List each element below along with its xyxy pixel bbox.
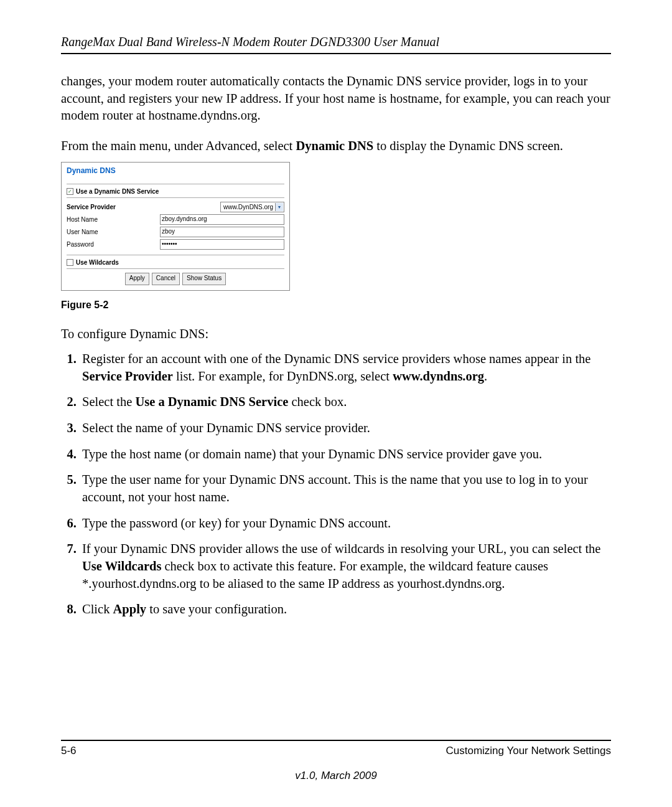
step-3: Select the name of your Dynamic DNS serv… [80, 420, 611, 437]
page-footer: 5-6 Customizing Your Network Settings v1… [61, 740, 611, 782]
s1-b2: www.dyndns.org [393, 369, 484, 383]
page-number: 5-6 [61, 745, 77, 757]
s7-b: Use Wildcards [82, 559, 161, 573]
use-wildcards-label: Use Wildcards [76, 259, 119, 266]
section-name: Customizing Your Network Settings [446, 745, 611, 757]
step-2: Select the Use a Dynamic DNS Service che… [80, 394, 611, 411]
s1-mid: list. For example, for DynDNS.org, selec… [173, 369, 393, 383]
step-5: Type the user name for your Dynamic DNS … [80, 471, 611, 506]
user-name-input[interactable]: zboy [160, 227, 284, 237]
s1-b1: Service Provider [82, 369, 173, 383]
config-intro: To configure Dynamic DNS: [61, 326, 611, 343]
show-status-button[interactable]: Show Status [182, 273, 226, 285]
s8-b: Apply [113, 602, 147, 616]
p2-bold: Dynamic DNS [296, 139, 373, 153]
use-service-checkbox[interactable] [67, 188, 73, 195]
service-provider-select[interactable]: www.DynDNS.org ▼ [220, 202, 284, 212]
step-7: If your Dynamic DNS provider allows the … [80, 540, 611, 592]
version-info: v1.0, March 2009 [61, 770, 611, 782]
intro-para-1: changes, your modem router automatically… [61, 73, 611, 125]
figure-caption: Figure 5-2 [61, 300, 611, 311]
password-label: Password [67, 241, 160, 248]
step-1: Register for an account with one of the … [80, 351, 611, 385]
s1-post: . [484, 369, 487, 383]
step-4: Type the host name (or domain name) that… [80, 446, 611, 463]
dynamic-dns-screenshot: Dynamic DNS Use a Dynamic DNS Service Se… [61, 162, 290, 291]
step-6: Type the password (or key) for your Dyna… [80, 515, 611, 532]
user-name-label: User Name [67, 229, 160, 235]
service-provider-label: Service Provider [67, 204, 160, 210]
password-input[interactable]: ••••••• [160, 239, 284, 250]
intro-para-2: From the main menu, under Advanced, sele… [61, 138, 611, 155]
use-service-label: Use a Dynamic DNS Service [76, 188, 159, 195]
p2-post: to display the Dynamic DNS screen. [373, 139, 563, 153]
s2-pre: Select the [82, 395, 135, 408]
chevron-down-icon: ▼ [275, 203, 283, 211]
cancel-button[interactable]: Cancel [152, 273, 180, 285]
s2-post: check box. [288, 395, 347, 408]
ss-title: Dynamic DNS [67, 166, 284, 175]
s2-b: Use a Dynamic DNS Service [135, 395, 288, 408]
s1-pre: Register for an account with one of the … [82, 352, 590, 366]
p2-pre: From the main menu, under Advanced, sele… [61, 139, 296, 153]
page-header-title: RangeMax Dual Band Wireless-N Modem Rout… [61, 35, 611, 54]
use-wildcards-checkbox[interactable] [67, 259, 73, 266]
host-name-label: Host Name [67, 216, 160, 223]
host-name-input[interactable]: zboy.dyndns.org [160, 214, 284, 225]
service-provider-value: www.DynDNS.org [222, 204, 275, 210]
s8-pre: Click [82, 602, 113, 616]
step-8: Click Apply to save your configuration. [80, 601, 611, 618]
apply-button[interactable]: Apply [125, 273, 149, 285]
s7-pre: If your Dynamic DNS provider allows the … [82, 542, 600, 555]
s8-post: to save your configuration. [146, 602, 287, 616]
steps-list: Register for an account with one of the … [61, 351, 611, 618]
